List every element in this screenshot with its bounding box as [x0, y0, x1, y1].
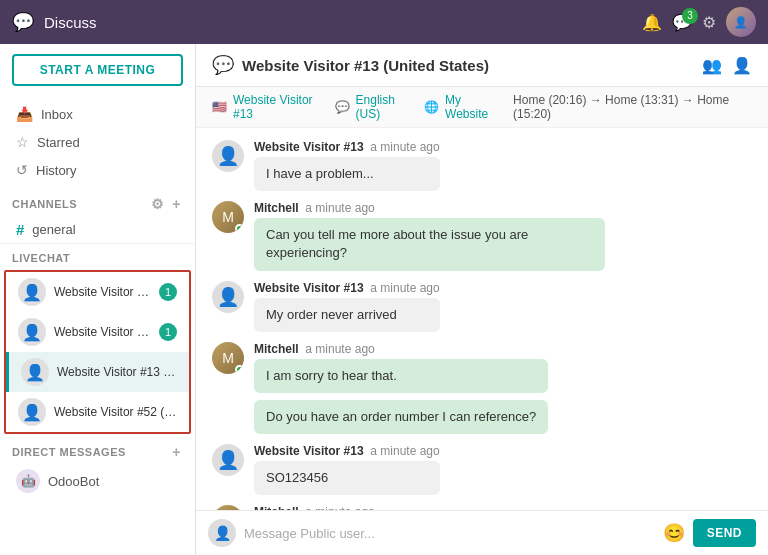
message-sender: Mitchell a minute ago	[254, 342, 548, 356]
dm-add-icon[interactable]: +	[170, 444, 183, 460]
visitor-info-bar: 🇺🇸 Website Visitor #13 💬 English (US) 🌐 …	[196, 87, 768, 128]
channels-actions: ⚙ +	[149, 196, 183, 212]
sidebar-item-inbox[interactable]: 📥 Inbox	[0, 100, 195, 128]
settings-icon[interactable]: ⚙	[702, 13, 716, 32]
livechat-badge-80: 1	[159, 323, 177, 341]
message-bubble-2: Do you have an order number I can refere…	[254, 400, 548, 434]
emoji-button[interactable]: 😊	[663, 522, 685, 544]
message-content: Mitchell a minute ago Can you tell me mo…	[254, 201, 605, 270]
message-sender: Website Visitor #13 a minute ago	[254, 281, 440, 295]
topbar: 💬 Discuss 🔔 💬 3 ⚙ 👤	[0, 0, 768, 44]
livechat-name-13: Website Visitor #13 (United St...	[57, 365, 177, 379]
channel-general-label: general	[32, 222, 75, 237]
topbar-icons: 🔔 💬 3 ⚙ 👤	[642, 7, 756, 37]
message-bubble: SO123456	[254, 461, 440, 495]
channels-settings-icon[interactable]: ⚙	[149, 196, 167, 212]
chat-header-left: 💬 Website Visitor #13 (United States)	[212, 54, 489, 76]
livechat-section: LIVECHAT 👤 Website Visitor #81 (U... 1 👤…	[0, 243, 195, 436]
livechat-badge-81: 1	[159, 283, 177, 301]
dm-label: DIRECT MESSAGES	[12, 446, 170, 458]
channel-general[interactable]: # general	[0, 216, 195, 243]
livechat-avatar-81: 👤	[18, 278, 46, 306]
dm-header: DIRECT MESSAGES +	[0, 436, 195, 464]
chat-title: Website Visitor #13 (United States)	[242, 57, 489, 74]
start-meeting-button[interactable]: START A MEETING	[12, 54, 183, 86]
flag-icon: 🇺🇸	[212, 100, 227, 114]
current-user-avatar: 👤	[208, 519, 236, 547]
odoobot-label: OdooBot	[48, 474, 99, 489]
chat-input-area: 👤 😊 SEND	[196, 510, 768, 555]
livechat-item-13[interactable]: 👤 Website Visitor #13 (United St...	[6, 352, 189, 392]
message-content: Website Visitor #13 a minute ago SO12345…	[254, 444, 440, 495]
livechat-item-81[interactable]: 👤 Website Visitor #81 (U... 1	[6, 272, 189, 312]
visitor-avatar: 👤	[212, 444, 244, 476]
inbox-icon: 📥	[16, 106, 33, 122]
visitor-path: Home (20:16) → Home (13:31) → Home (15:2…	[513, 93, 752, 121]
message-row: 👤 Website Visitor #13 a minute ago SO123…	[212, 444, 752, 495]
message-content: Mitchell a minute ago I am sorry to hear…	[254, 342, 548, 434]
message-row: M Mitchell a minute ago Can you tell me …	[212, 201, 752, 270]
send-button[interactable]: SEND	[693, 519, 756, 547]
people-icon[interactable]: 👤	[732, 56, 752, 75]
livechat-header: LIVECHAT	[0, 244, 195, 268]
visitor-avatar: 👤	[212, 140, 244, 172]
message-content: Website Visitor #13 a minute ago My orde…	[254, 281, 440, 332]
chat-header-right: 👥 👤	[702, 56, 752, 75]
messages-badge: 3	[682, 8, 698, 24]
message-sender: Website Visitor #13 a minute ago	[254, 140, 440, 154]
message-bubble: I am sorry to hear that.	[254, 359, 548, 393]
notifications-icon[interactable]: 🔔	[642, 13, 662, 32]
message-bubble: Can you tell me more about the issue you…	[254, 218, 605, 270]
odoobot-avatar: 🤖	[16, 469, 40, 493]
livechat-label: LIVECHAT	[12, 252, 183, 264]
inbox-label: Inbox	[41, 107, 73, 122]
agent-avatar: M	[212, 201, 244, 233]
message-content: Website Visitor #13 a minute ago I have …	[254, 140, 440, 191]
visitor-chat-icon: 💬	[212, 54, 234, 76]
app-title: Discuss	[44, 14, 632, 31]
sidebar-item-history[interactable]: ↺ History	[0, 156, 195, 184]
user-avatar[interactable]: 👤	[726, 7, 756, 37]
star-icon: ☆	[16, 134, 29, 150]
livechat-avatar-52: 👤	[18, 398, 46, 426]
add-user-icon[interactable]: 👥	[702, 56, 722, 75]
channel-hash-icon: #	[16, 221, 24, 238]
visitor-avatar: 👤	[212, 281, 244, 313]
livechat-item-52[interactable]: 👤 Website Visitor #52 (United St...	[6, 392, 189, 432]
livechat-item-80[interactable]: 👤 Website Visitor #80 (U... 1	[6, 312, 189, 352]
history-label: History	[36, 163, 76, 178]
livechat-avatar-13: 👤	[21, 358, 49, 386]
visitor-language-link[interactable]: English (US)	[356, 93, 419, 121]
messages-icon[interactable]: 💬 3	[672, 13, 692, 32]
message-sender: Mitchell a minute ago	[254, 201, 605, 215]
livechat-avatar-80: 👤	[18, 318, 46, 346]
channels-add-icon[interactable]: +	[170, 196, 183, 212]
channels-header: CHANNELS ⚙ +	[0, 188, 195, 216]
message-sender: Website Visitor #13 a minute ago	[254, 444, 440, 458]
livechat-name-81: Website Visitor #81 (U...	[54, 285, 151, 299]
message-row: M Mitchell a minute ago I am sorry to he…	[212, 342, 752, 434]
channels-label: CHANNELS	[12, 198, 149, 210]
online-indicator	[235, 365, 244, 374]
starred-label: Starred	[37, 135, 80, 150]
online-indicator	[235, 224, 244, 233]
chat-header: 💬 Website Visitor #13 (United States) 👥 …	[196, 44, 768, 87]
dm-odoobot[interactable]: 🤖 OdooBot	[0, 464, 195, 498]
sidebar: START A MEETING 📥 Inbox ☆ Starred ↺ Hist…	[0, 44, 196, 555]
main-layout: START A MEETING 📥 Inbox ☆ Starred ↺ Hist…	[0, 44, 768, 555]
chat-area: 💬 Website Visitor #13 (United States) 👥 …	[196, 44, 768, 555]
message-input[interactable]	[244, 526, 655, 541]
message-bubble: I have a problem...	[254, 157, 440, 191]
sidebar-item-starred[interactable]: ☆ Starred	[0, 128, 195, 156]
visitor-website-link[interactable]: My Website	[445, 93, 503, 121]
livechat-name-52: Website Visitor #52 (United St...	[54, 405, 177, 419]
chat-messages: 👤 Website Visitor #13 a minute ago I hav…	[196, 128, 768, 510]
livechat-name-80: Website Visitor #80 (U...	[54, 325, 151, 339]
agent-avatar: M	[212, 342, 244, 374]
history-icon: ↺	[16, 162, 28, 178]
sidebar-nav: 📥 Inbox ☆ Starred ↺ History	[0, 96, 195, 188]
livechat-highlighted-group: 👤 Website Visitor #81 (U... 1 👤 Website …	[4, 270, 191, 434]
discuss-icon: 💬	[12, 11, 34, 33]
visitor-name-link[interactable]: Website Visitor #13	[233, 93, 329, 121]
message-row: 👤 Website Visitor #13 a minute ago My or…	[212, 281, 752, 332]
